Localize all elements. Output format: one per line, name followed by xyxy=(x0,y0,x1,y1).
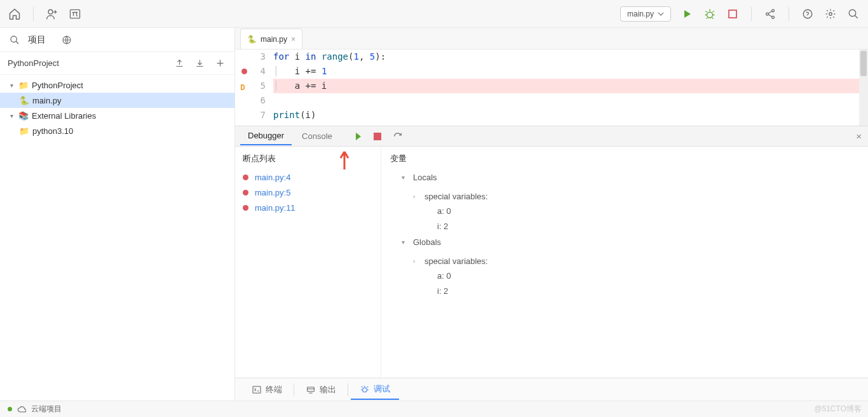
python-file-icon: 🐍 xyxy=(247,35,257,44)
stop-debug-button[interactable] xyxy=(370,129,384,143)
code-editor[interactable]: 345D67 for i in range(1, 5):│ i += 1│ a … xyxy=(235,50,868,126)
var-group-locals[interactable]: ▾Locals xyxy=(402,169,859,185)
add-user-icon[interactable] xyxy=(45,7,59,21)
var-i-global[interactable]: i: 2 xyxy=(437,284,859,299)
download-icon[interactable] xyxy=(193,56,207,70)
close-icon[interactable]: × xyxy=(856,131,862,142)
close-icon[interactable]: × xyxy=(291,35,295,44)
bottom-tab-terminal[interactable]: 终端 xyxy=(243,380,291,399)
var-i-local[interactable]: i: 2 xyxy=(437,219,859,234)
watermark-text: @51CTO博客 xyxy=(814,404,862,414)
help-icon[interactable] xyxy=(801,7,815,21)
folder-icon: 📁 xyxy=(19,126,29,136)
svg-rect-12 xyxy=(374,133,381,140)
breakpoints-title: 断点列表 xyxy=(243,153,373,164)
chevron-down-icon xyxy=(658,11,664,17)
tree-file-main[interactable]: 🐍 main.py xyxy=(0,93,234,108)
share-icon[interactable] xyxy=(763,7,777,21)
sidebar-title: 项目 xyxy=(28,34,46,46)
svg-point-10 xyxy=(11,36,17,42)
run-config-label: main.py xyxy=(627,10,654,18)
bottom-tab-debug[interactable]: 调试 xyxy=(351,380,399,400)
svg-point-2 xyxy=(707,12,713,18)
svg-rect-3 xyxy=(729,10,736,18)
run-config-selector[interactable]: main.py xyxy=(620,6,671,22)
project-tree: ▾ 📁 PythonProject 🐍 main.py ▾ 📚 External… xyxy=(0,75,234,141)
tree-external-libs[interactable]: ▾ 📚 External Libraries xyxy=(0,108,234,123)
upload-icon[interactable] xyxy=(172,56,186,70)
project-sidebar: 项目 PythonProject ▾ 📁 PythonProject 🐍 mai… xyxy=(0,28,235,400)
variables-panel: 变量 ▾Locals ›special variables: a: 0 i: 2… xyxy=(381,147,868,378)
tree-folder-root[interactable]: ▾ 📁 PythonProject xyxy=(0,77,234,93)
gear-icon[interactable] xyxy=(824,7,837,21)
editor-scrollbar[interactable] xyxy=(859,50,868,126)
var-a-local[interactable]: a: 0 xyxy=(437,204,859,219)
project-root-name: PythonProject xyxy=(8,58,59,68)
cloud-icon xyxy=(17,405,26,414)
svg-point-8 xyxy=(829,12,832,15)
search-icon[interactable] xyxy=(8,33,22,47)
svg-rect-13 xyxy=(253,386,261,393)
library-icon: 📚 xyxy=(18,111,29,121)
var-special-locals[interactable]: ›special variables: xyxy=(413,189,859,204)
var-special-globals[interactable]: ›special variables: xyxy=(413,253,859,268)
svg-rect-1 xyxy=(71,10,80,18)
pi-icon[interactable] xyxy=(68,7,82,21)
bottom-toolbar: 终端 输出 调试 xyxy=(235,378,868,400)
chevron-down-icon: ▾ xyxy=(8,112,15,119)
step-over-icon[interactable] xyxy=(391,129,405,143)
svg-rect-14 xyxy=(308,387,315,392)
search-icon[interactable] xyxy=(846,7,860,21)
terminal-icon xyxy=(252,385,262,395)
run-button[interactable] xyxy=(680,7,694,21)
resume-button[interactable] xyxy=(350,129,364,143)
tab-debugger[interactable]: Debugger xyxy=(240,127,292,145)
breakpoints-panel: 断点列表 main.py:4main.py:5main.py:11 xyxy=(235,147,381,378)
status-cloud-label[interactable]: 云端项目 xyxy=(31,404,62,414)
editor-tabs: 🐍 main.py × xyxy=(235,28,868,50)
debug-panel: Debugger Console × 断点列表 main.py:4main.py… xyxy=(235,126,868,378)
variables-title: 变量 xyxy=(390,153,859,164)
tab-console[interactable]: Console xyxy=(294,128,340,145)
output-icon xyxy=(306,385,316,395)
home-icon[interactable] xyxy=(8,7,22,21)
chevron-down-icon: ▾ xyxy=(8,82,15,89)
breakpoint-item[interactable]: main.py:11 xyxy=(243,200,373,215)
status-dot-icon xyxy=(8,407,12,411)
breakpoint-item[interactable]: main.py:5 xyxy=(243,185,373,200)
debug-button[interactable] xyxy=(703,7,717,21)
var-a-global[interactable]: a: 0 xyxy=(437,268,859,284)
top-toolbar: main.py xyxy=(0,0,868,28)
status-bar: 云端项目 @51CTO博客 xyxy=(0,400,868,417)
breakpoint-item[interactable]: main.py:4 xyxy=(243,169,373,185)
var-group-globals[interactable]: ▾Globals xyxy=(402,234,859,249)
svg-point-15 xyxy=(363,388,367,392)
svg-point-0 xyxy=(48,10,53,14)
bottom-tab-output[interactable]: 输出 xyxy=(297,380,345,399)
folder-icon: 📁 xyxy=(18,81,29,90)
plus-icon[interactable] xyxy=(213,56,227,70)
stop-button[interactable] xyxy=(726,7,740,21)
tree-python-env[interactable]: 📁 python3.10 xyxy=(0,123,234,138)
svg-point-9 xyxy=(849,10,856,17)
python-file-icon: 🐍 xyxy=(19,96,29,105)
bug-icon xyxy=(360,384,370,394)
globe-icon[interactable] xyxy=(60,33,74,47)
editor-tab-main[interactable]: 🐍 main.py × xyxy=(240,29,302,49)
